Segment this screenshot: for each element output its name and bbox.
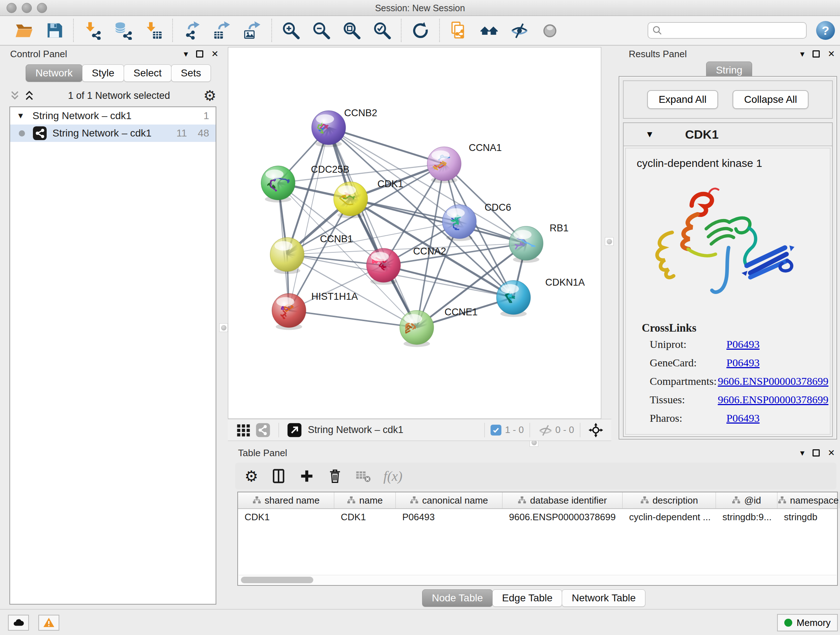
column-header-canonical-name[interactable]: canonical name [396, 492, 502, 508]
network-overview-icon[interactable] [253, 421, 273, 439]
network-node-CDC25B[interactable] [261, 166, 295, 203]
selected-nodes-checkbox[interactable] [491, 424, 501, 435]
network-options-gear-icon[interactable]: ⚙ [203, 88, 216, 103]
export-image-button[interactable] [237, 19, 268, 42]
zoom-fit-button[interactable] [336, 19, 367, 42]
table-cell[interactable]: stringdb:9... [716, 511, 777, 523]
network-graph[interactable]: CCNB2 CCNA1 CDC25B CDK1 CDC6 [228, 48, 601, 418]
tab-network[interactable]: Network [26, 65, 82, 82]
import-database-button[interactable] [108, 19, 138, 42]
table-panel-close-button[interactable]: ✕ [828, 448, 835, 458]
network-node-CCNA1[interactable] [427, 147, 461, 183]
tab-style[interactable]: Style [82, 65, 124, 82]
show-graphics-details-button[interactable] [535, 19, 565, 42]
table-cell[interactable]: CDK1 [238, 511, 334, 523]
control-panel-float-button[interactable] [196, 50, 203, 57]
tab-sets[interactable]: Sets [171, 65, 211, 82]
table-panel-float-button[interactable] [813, 449, 820, 456]
delete-table-icon[interactable] [355, 466, 371, 486]
network-node-CDKN1A[interactable] [497, 280, 531, 317]
collapse-all-button[interactable]: Collapse All [733, 90, 808, 109]
zoom-selected-button[interactable] [367, 19, 397, 42]
expand-all-button[interactable]: Expand All [647, 90, 718, 109]
table-cell[interactable]: stringdb [777, 511, 839, 523]
scrollbar-thumb[interactable] [241, 577, 313, 583]
hide-graphics-details-button[interactable] [504, 19, 535, 42]
expand-all-icon[interactable] [24, 90, 35, 101]
function-builder-icon[interactable]: f(x) [384, 468, 403, 484]
table-cell[interactable]: cyclin-dependent ... [622, 511, 716, 523]
crosslink-link[interactable]: 9606.ENSP00000378699 [718, 394, 829, 406]
search-input[interactable] [666, 23, 802, 38]
column-header-name[interactable]: name [334, 492, 396, 508]
warnings-button[interactable] [38, 615, 59, 631]
crosslink-link[interactable]: 9606.ENSP00000378699 [718, 375, 829, 387]
table-cell[interactable]: 9606.ENSP00000378699 [502, 511, 622, 523]
fit-selected-crosshair-icon[interactable] [586, 421, 606, 439]
crosslink-link[interactable]: P06493 [726, 412, 760, 424]
detach-view-icon[interactable] [285, 421, 304, 439]
crosslink-link[interactable]: P06493 [726, 356, 760, 369]
table-settings-gear-icon[interactable]: ⚙ [245, 466, 258, 486]
show-columns-icon[interactable] [271, 466, 286, 486]
zoom-in-icon [281, 21, 300, 40]
tab-edge-table[interactable]: Edge Table [493, 589, 562, 607]
table-row[interactable]: CDK1CDK1P064939606.ENSP00000378699cyclin… [238, 509, 837, 525]
memory-button[interactable]: Memory [777, 614, 838, 631]
column-header-shared-name[interactable]: shared name [238, 492, 334, 508]
collapse-all-icon[interactable] [9, 90, 20, 101]
duplicate-network-button[interactable] [444, 19, 474, 42]
node-label-CCNB2: CCNB2 [344, 108, 377, 119]
network-row-selected[interactable]: String Network – cdk1 11 48 [10, 125, 216, 142]
tab-node-table[interactable]: Node Table [422, 589, 493, 607]
control-panel-menu-button[interactable]: ▾ [184, 49, 188, 59]
results-panel-close-button[interactable]: ✕ [828, 49, 835, 59]
column-header-database-identifier[interactable]: database identifier [502, 492, 622, 508]
network-node-CCNE1[interactable] [400, 310, 434, 347]
zoom-in-button[interactable] [276, 19, 306, 42]
tree-expand-icon[interactable]: ▼ [17, 111, 25, 120]
memory-ok-dot-icon [784, 619, 792, 627]
import-database-icon [114, 21, 133, 40]
network-selection-status: 1 of 1 Network selected [35, 90, 203, 101]
crosslink-link[interactable]: P06493 [726, 338, 760, 350]
import-network-button[interactable] [77, 19, 108, 42]
network-node-CCNB1[interactable] [270, 238, 304, 274]
help-button[interactable]: ? [816, 21, 835, 40]
home-button[interactable] [474, 19, 504, 42]
tab-network-table[interactable]: Network Table [562, 589, 645, 607]
export-table-button[interactable] [207, 19, 237, 42]
table-cell[interactable]: CDK1 [334, 511, 396, 523]
cloud-status-button[interactable] [8, 615, 29, 631]
open-folder-button[interactable] [9, 19, 39, 42]
column-header-namespace[interactable]: namespace [777, 492, 839, 508]
column-header-@id[interactable]: @id [716, 492, 777, 508]
table-cell[interactable]: P06493 [396, 511, 502, 523]
network-node-RB1[interactable] [509, 226, 543, 263]
refresh-layout-button[interactable] [405, 19, 436, 42]
control-panel-close-button[interactable]: ✕ [211, 49, 218, 59]
export-network-button[interactable] [177, 19, 207, 42]
selected-count: 1 - 0 [505, 424, 524, 435]
results-panel-float-button[interactable] [813, 50, 820, 57]
results-panel-menu-button[interactable]: ▾ [800, 49, 805, 59]
create-column-plus-icon[interactable] [299, 466, 315, 486]
network-collection-count: 1 [203, 110, 209, 122]
table-panel-menu-button[interactable]: ▾ [800, 448, 805, 458]
collapse-entry-icon[interactable]: ▼ [645, 129, 654, 139]
zoom-out-button[interactable] [306, 19, 336, 42]
import-table-button[interactable] [138, 19, 169, 42]
network-node-CDC6[interactable] [442, 204, 477, 241]
delete-column-trash-icon[interactable] [327, 466, 343, 486]
tab-select[interactable]: Select [124, 65, 172, 82]
left-splitter-handle[interactable] [219, 323, 228, 332]
cloud-icon [12, 616, 25, 629]
birdseye-grid-icon[interactable] [234, 421, 253, 439]
toolbar-group [272, 19, 401, 42]
column-header-description[interactable]: description [622, 492, 716, 508]
network-canvas[interactable]: CCNB2 CCNA1 CDC25B CDK1 CDC6 [228, 47, 601, 419]
save-session-button[interactable] [39, 19, 69, 42]
network-node-HIST1H1A[interactable] [272, 294, 306, 330]
right-splitter-handle[interactable] [605, 237, 614, 246]
network-collection-row[interactable]: ▼ String Network – cdk1 1 [10, 107, 216, 125]
